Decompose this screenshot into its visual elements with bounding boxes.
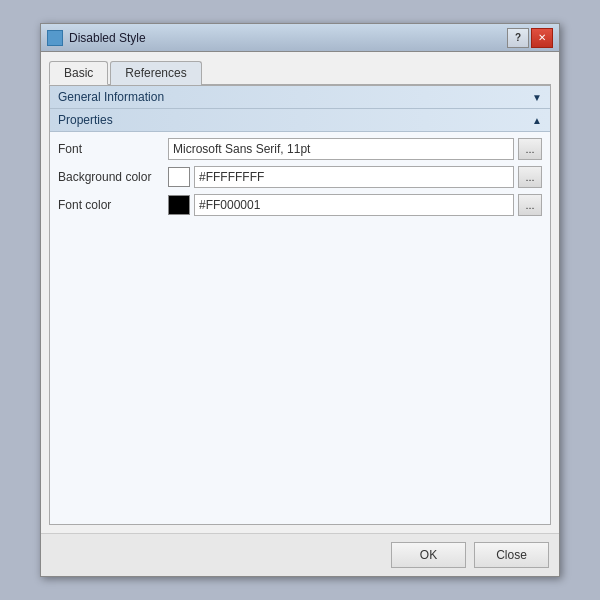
font-label: Font bbox=[58, 142, 168, 156]
font-color-swatch[interactable] bbox=[168, 195, 190, 215]
ok-button[interactable]: OK bbox=[391, 542, 466, 568]
tab-references[interactable]: References bbox=[110, 61, 201, 85]
background-color-browse-button[interactable]: ... bbox=[518, 166, 542, 188]
font-color-row: Font color ... bbox=[58, 194, 542, 216]
close-button[interactable]: Close bbox=[474, 542, 549, 568]
title-close-button[interactable]: ✕ bbox=[531, 28, 553, 48]
font-input[interactable] bbox=[168, 138, 514, 160]
help-button[interactable]: ? bbox=[507, 28, 529, 48]
background-color-swatch[interactable] bbox=[168, 167, 190, 187]
tab-basic[interactable]: Basic bbox=[49, 61, 108, 85]
dialog-title: Disabled Style bbox=[69, 31, 146, 45]
font-browse-button[interactable]: ... bbox=[518, 138, 542, 160]
font-color-label: Font color bbox=[58, 198, 168, 212]
title-bar-buttons: ? ✕ bbox=[507, 28, 553, 48]
font-color-value-container: ... bbox=[168, 194, 542, 216]
dialog-icon bbox=[47, 30, 63, 46]
background-color-label: Background color bbox=[58, 170, 168, 184]
background-color-input[interactable] bbox=[194, 166, 514, 188]
general-info-arrow: ▼ bbox=[532, 92, 542, 103]
font-value-container: ... bbox=[168, 138, 542, 160]
background-color-value-container: ... bbox=[168, 166, 542, 188]
general-info-label: General Information bbox=[58, 90, 164, 104]
title-bar: Disabled Style ? ✕ bbox=[41, 24, 559, 52]
font-color-browse-button[interactable]: ... bbox=[518, 194, 542, 216]
properties-section: Font ... Background color ... bbox=[50, 132, 550, 228]
background-color-row: Background color ... bbox=[58, 166, 542, 188]
disabled-style-dialog: Disabled Style ? ✕ Basic References Gene… bbox=[40, 23, 560, 577]
tab-content-basic: General Information ▼ Properties ▲ Font … bbox=[49, 85, 551, 525]
properties-arrow: ▲ bbox=[532, 115, 542, 126]
dialog-content: Basic References General Information ▼ P… bbox=[41, 52, 559, 533]
tab-bar: Basic References bbox=[49, 60, 551, 85]
general-info-header[interactable]: General Information ▼ bbox=[50, 86, 550, 109]
properties-label: Properties bbox=[58, 113, 113, 127]
font-row: Font ... bbox=[58, 138, 542, 160]
properties-header[interactable]: Properties ▲ bbox=[50, 109, 550, 132]
font-color-input[interactable] bbox=[194, 194, 514, 216]
dialog-footer: OK Close bbox=[41, 533, 559, 576]
title-bar-left: Disabled Style bbox=[47, 30, 146, 46]
